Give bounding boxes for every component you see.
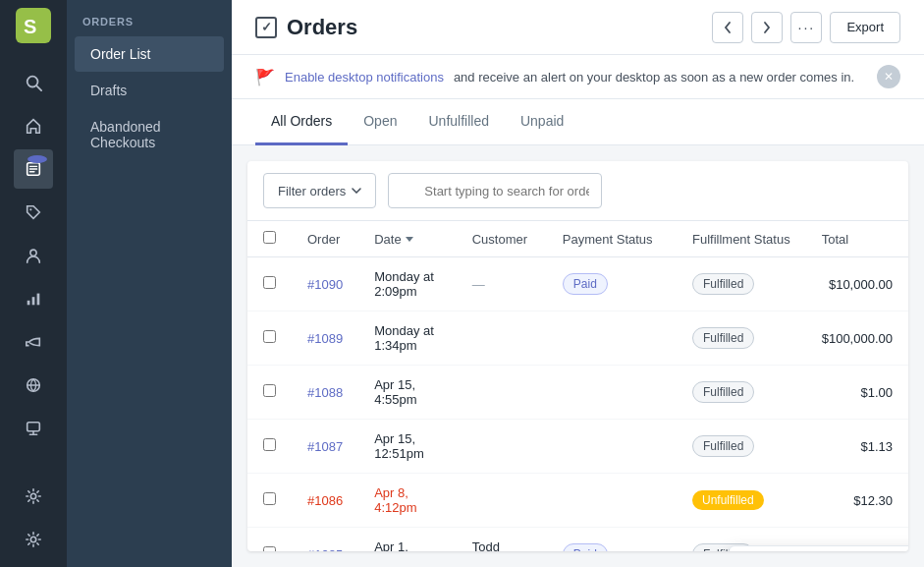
header-actions: ··· Export: [712, 12, 900, 43]
nav-back-button[interactable]: [712, 12, 743, 43]
payment-badge: [547, 366, 677, 420]
sidebar-item-abandoned-checkouts[interactable]: Abandoned Checkouts: [75, 109, 224, 160]
order-total: $10,000.00: [806, 257, 908, 312]
shopify-logo[interactable]: S: [16, 8, 51, 47]
customer-name: [457, 312, 547, 366]
search-icon[interactable]: [14, 63, 53, 102]
analytics-icon[interactable]: [14, 279, 53, 318]
settings-icon[interactable]: [14, 520, 53, 559]
order-link[interactable]: #1088: [307, 385, 343, 400]
customer-name: —: [472, 277, 485, 292]
table-row: #1090 Monday at 2:09pm — Paid Fulfilled …: [247, 257, 908, 312]
svg-rect-11: [27, 423, 40, 431]
orders-icon[interactable]: [14, 149, 53, 189]
payment-badge: [547, 420, 677, 474]
customers-icon[interactable]: [14, 236, 53, 275]
export-button[interactable]: Export: [830, 12, 900, 43]
table-row: #1086 Apr 8, 4:12pm Unfulfilled $12.30: [247, 474, 908, 528]
tab-open[interactable]: Open: [348, 99, 412, 145]
svg-point-2: [27, 77, 38, 87]
col-date: Date: [358, 221, 457, 257]
notification-close-button[interactable]: ✕: [877, 65, 900, 88]
order-link[interactable]: #1090: [307, 277, 343, 292]
theme-icon[interactable]: [14, 409, 53, 448]
payment-badge: Paid: [563, 543, 608, 551]
order-date: Monday at 2:09pm: [358, 257, 457, 312]
customer-name: [457, 366, 547, 420]
order-date: Apr 15, 12:51pm: [358, 420, 457, 474]
marketing-icon[interactable]: [14, 322, 53, 362]
notification-link[interactable]: Enable desktop notifications: [285, 70, 444, 85]
filter-row: Filter orders: [247, 161, 908, 221]
sidebar: S: [0, 0, 67, 567]
customer-name[interactable]: Todd Tanley: [472, 539, 510, 551]
table-scroll: Order Date Customer Payment Status Fulfi…: [247, 221, 908, 551]
select-all-checkbox[interactable]: [263, 231, 276, 244]
fulfillment-badge: Fulfilled: [692, 327, 754, 349]
globe-icon[interactable]: [14, 366, 53, 405]
order-link[interactable]: #1089: [307, 331, 343, 346]
order-total: $1.13: [806, 420, 908, 474]
col-order: Order: [292, 221, 358, 257]
row-checkbox[interactable]: [263, 330, 276, 343]
tab-unpaid[interactable]: Unpaid: [505, 99, 579, 145]
orders-table-area: Filter orders Order: [247, 161, 908, 551]
order-date: Apr 1, 1:07pm: [358, 528, 457, 552]
payment-badge: [547, 474, 677, 528]
page-title-area: ✓ Orders: [255, 15, 712, 40]
order-link[interactable]: #1086: [307, 493, 343, 508]
orders-badge: [27, 155, 47, 163]
filter-label: Filter orders: [278, 184, 346, 198]
order-link[interactable]: #1087: [307, 439, 343, 454]
customer-name: [457, 420, 547, 474]
notification-flag-icon: 🚩: [255, 68, 275, 86]
tab-unfulfilled[interactable]: Unfulfilled: [412, 99, 504, 145]
search-input[interactable]: [388, 173, 602, 208]
order-date: Apr 15, 4:55pm: [358, 366, 457, 420]
notification-bar: 🚩 Enable desktop notifications and recei…: [232, 55, 924, 99]
order-link[interactable]: #1085: [307, 547, 343, 552]
row-checkbox[interactable]: [263, 276, 276, 289]
orders-checkbox-icon: ✓: [255, 17, 277, 38]
main-content: ✓ Orders ··· Export 🚩 Enable desktop not…: [232, 0, 924, 567]
nav-panel: ORDERS Order List Drafts Abandoned Check…: [67, 0, 232, 567]
row-checkbox[interactable]: [263, 384, 276, 397]
fulfillment-badge: Unfulfilled: [692, 490, 764, 510]
order-date: Apr 8, 4:12pm: [358, 474, 457, 528]
customer-name: [457, 474, 547, 528]
home-icon[interactable]: [14, 106, 53, 145]
tab-all-orders[interactable]: All Orders: [255, 99, 348, 145]
sidebar-item-order-list[interactable]: Order List: [75, 36, 224, 72]
svg-line-3: [37, 86, 42, 91]
row-checkbox[interactable]: [263, 438, 276, 451]
notification-text: and receive an alert on your desktop as …: [454, 70, 854, 85]
svg-point-5: [29, 208, 31, 210]
more-actions-button[interactable]: ···: [790, 12, 822, 43]
sidebar-item-drafts[interactable]: Drafts: [75, 73, 224, 108]
fulfillment-badge: Fulfilled: [692, 273, 754, 295]
order-total: $1.00: [806, 366, 908, 420]
table-row: #1088 Apr 15, 4:55pm Fulfilled $1.00: [247, 366, 908, 420]
svg-rect-7: [27, 301, 30, 306]
svg-rect-9: [37, 294, 40, 306]
orders-table: Order Date Customer Payment Status Fulfi…: [247, 221, 908, 551]
svg-point-6: [30, 250, 36, 255]
col-customer: Customer: [457, 221, 547, 257]
filter-orders-button[interactable]: Filter orders: [263, 173, 376, 208]
tags-icon[interactable]: [14, 193, 53, 232]
order-date: Monday at 1:34pm: [358, 312, 457, 366]
row-checkbox[interactable]: [263, 492, 276, 505]
search-wrapper: [388, 173, 893, 208]
page-title: Orders: [287, 15, 357, 40]
fulfillment-badge: Fulfilled: [692, 381, 754, 403]
gear-icon[interactable]: [14, 477, 53, 516]
nav-forward-button[interactable]: [751, 12, 783, 43]
fulfillment-badge: Fulfilled: [692, 435, 754, 457]
col-payment: Payment Status: [547, 221, 677, 257]
payment-badge: [547, 312, 677, 366]
row-checkbox[interactable]: [263, 546, 276, 551]
col-total: Total: [806, 221, 908, 257]
svg-text:S: S: [24, 16, 36, 37]
svg-rect-8: [32, 297, 35, 305]
table-row: #1089 Monday at 1:34pm Fulfilled $100,00…: [247, 312, 908, 366]
